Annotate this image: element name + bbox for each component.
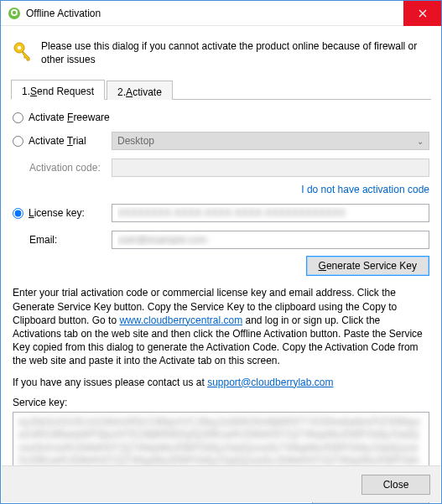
tab-strip: 1. Send Request 2. Activate <box>11 80 431 100</box>
close-button[interactable]: Close <box>361 475 430 495</box>
activation-code-input <box>112 158 429 177</box>
close-icon <box>419 9 427 18</box>
trial-type-dropdown[interactable]: Desktop ⌄ <box>112 132 429 150</box>
window-close-button[interactable] <box>403 1 441 26</box>
activation-code-label: Activation code: <box>13 162 112 174</box>
instructions-text: Enter your trial activation code or comm… <box>13 286 429 367</box>
window-title: Offline Activation <box>26 8 403 19</box>
radio-license-input[interactable] <box>13 208 23 219</box>
app-icon <box>8 7 21 20</box>
dialog-footer: Close <box>2 465 440 502</box>
svg-point-2 <box>13 10 16 13</box>
trial-type-value: Desktop <box>117 135 154 147</box>
key-icon <box>13 41 33 61</box>
support-email-link[interactable]: support@cloudberrylab.com <box>207 377 333 388</box>
radio-freeware-input[interactable] <box>13 112 23 123</box>
email-input[interactable] <box>112 231 429 249</box>
no-activation-code-link[interactable]: I do not have activation code <box>301 184 429 195</box>
service-key-label: Service key: <box>13 397 429 408</box>
tab-send-request[interactable]: 1. Send Request <box>11 80 105 100</box>
radio-trial-input[interactable] <box>13 136 23 147</box>
svg-point-4 <box>18 46 21 49</box>
hint-text: Please use this dialog if you cannot act… <box>41 39 429 66</box>
license-key-input[interactable] <box>112 204 429 222</box>
issues-text: If you have any issues please contact us… <box>13 377 429 388</box>
title-bar: Offline Activation <box>1 1 441 26</box>
radio-activate-trial[interactable]: Activate Trial <box>13 135 112 147</box>
cloudberry-central-link[interactable]: www.cloudberrycentral.com <box>119 314 242 326</box>
tab-activate[interactable]: 2. Activate <box>107 81 173 100</box>
radio-activate-freeware[interactable]: Activate Freeware <box>13 112 112 123</box>
generate-service-key-button[interactable]: Generate Service Key <box>306 256 429 276</box>
chevron-down-icon: ⌄ <box>417 137 424 146</box>
radio-license-key[interactable]: License key: <box>13 207 112 219</box>
email-label: Email: <box>13 234 112 246</box>
